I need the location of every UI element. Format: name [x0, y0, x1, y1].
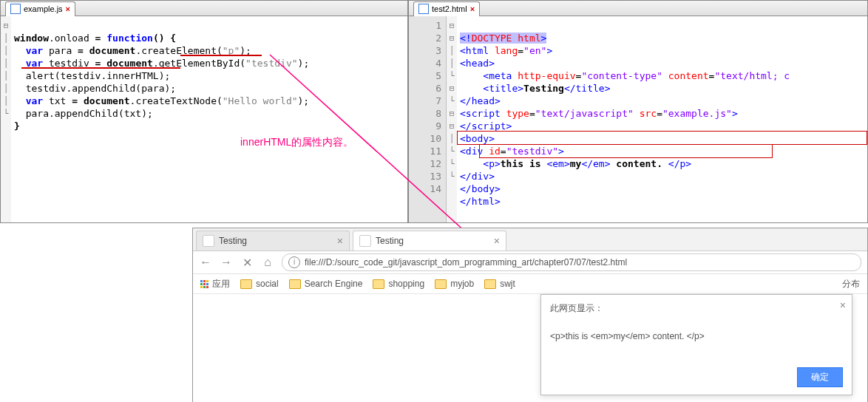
tab-test2-html[interactable]: test2.html × — [413, 1, 480, 16]
ok-button[interactable]: 确定 — [797, 367, 843, 387]
fold-column: ⊟⊟││└⊟└⊟⊟│└└└ — [447, 16, 457, 222]
bookmark-myjob[interactable]: myjob — [435, 279, 474, 289]
close-icon[interactable]: × — [840, 299, 846, 311]
folder-icon — [289, 279, 301, 289]
url-text: file:///D:/sourc_code_git/javascript_dom… — [305, 257, 627, 268]
alert-message: <p>this is <em>my</em> content. </p> — [541, 322, 852, 350]
file-icon — [418, 4, 429, 14]
tab-bar-left: example.js × — [1, 1, 407, 16]
browser-tabstrip: Testing × Testing × — [193, 228, 867, 251]
tab-bar-right: test2.html × — [409, 1, 867, 16]
overflow-label[interactable]: 分布 — [842, 278, 860, 290]
forward-button[interactable]: → — [220, 256, 233, 269]
close-icon[interactable]: × — [337, 235, 343, 247]
home-button[interactable]: ⌂ — [261, 256, 274, 269]
info-icon[interactable]: i — [288, 256, 300, 268]
annotation-box-line10 — [457, 131, 867, 145]
annotation-text: innerHTML的属性内容。 — [240, 136, 353, 149]
tab-label: test2.html — [432, 4, 467, 13]
code-left[interactable]: window.onload = function() { var para = … — [11, 16, 407, 222]
bookmarks-bar: 应用 social Search Engine shopping myjob s… — [193, 274, 867, 294]
bookmark-social[interactable]: social — [240, 279, 279, 289]
close-icon[interactable]: × — [66, 4, 70, 13]
favicon — [359, 235, 371, 247]
editor-pane-right: test2.html × 1 2 3 4 5 6 7 8 9 10 11 1 — [408, 0, 868, 223]
file-icon — [10, 4, 21, 14]
address-bar[interactable]: i file:///D:/sourc_code_git/javascript_d… — [282, 253, 861, 271]
browser-tab-1[interactable]: Testing × — [196, 231, 350, 251]
browser-toolbar: ← → ✕ ⌂ i file:///D:/sourc_code_git/java… — [193, 251, 867, 274]
folder-icon — [240, 279, 252, 289]
code-right[interactable]: <!DOCTYPE html> <html lang="en"> <head> … — [457, 16, 867, 222]
browser-tab-2[interactable]: Testing × — [353, 231, 506, 251]
tab-title: Testing — [376, 236, 489, 246]
bookmark-swjt[interactable]: swjt — [484, 279, 515, 289]
folder-icon — [373, 279, 384, 289]
annotation-underline — [21, 67, 180, 69]
editor-pane-left: example.js × ⊟││││││└ window.onload = fu… — [0, 0, 408, 223]
folder-icon — [435, 279, 447, 289]
close-icon[interactable]: × — [470, 4, 475, 13]
browser-viewport: 此网页显示： × <p>this is <em>my</em> content.… — [193, 294, 867, 402]
bookmark-search-engine[interactable]: Search Engine — [289, 279, 363, 289]
annotation-underline-2 — [180, 55, 262, 56]
alert-header: 此网页显示： × — [541, 295, 852, 322]
tab-example-js[interactable]: example.js × — [5, 1, 75, 16]
favicon — [203, 235, 214, 247]
annotation-box-line11 — [479, 144, 773, 158]
folder-icon — [484, 279, 496, 289]
tab-title: Testing — [219, 236, 333, 246]
apps-button[interactable]: 应用 — [200, 278, 230, 290]
browser-window: Testing × Testing × ← → ✕ ⌂ i file:///D:… — [192, 228, 868, 402]
apps-icon — [200, 280, 208, 288]
close-icon[interactable]: × — [494, 235, 500, 247]
alert-dialog: 此网页显示： × <p>this is <em>my</em> content.… — [540, 294, 852, 395]
stop-button[interactable]: ✕ — [240, 256, 254, 270]
fold-column: ⊟││││││└ — [1, 16, 11, 222]
back-button[interactable]: ← — [199, 256, 212, 269]
bookmark-shopping[interactable]: shopping — [373, 279, 424, 289]
tab-label: example.js — [24, 4, 63, 13]
line-number-gutter: 1 2 3 4 5 6 7 8 9 10 11 12 13 14 — [409, 16, 447, 222]
